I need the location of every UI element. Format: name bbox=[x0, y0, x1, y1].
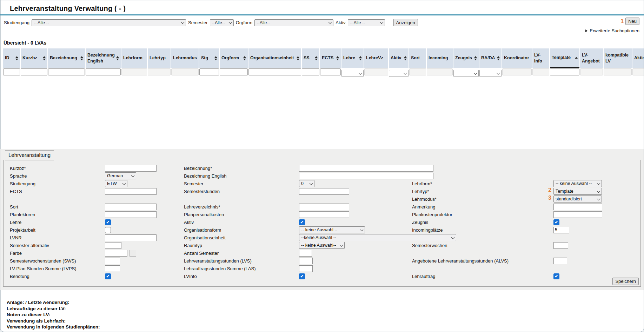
bezeichnung-english-column-filter-input[interactable] bbox=[86, 68, 121, 75]
lehrveranstaltungsstunden-lvs-input[interactable] bbox=[299, 258, 313, 264]
form-row: SpracheGermanBezeichnung English bbox=[4, 172, 640, 180]
column-label-kurzbz: Kurzbz bbox=[22, 55, 41, 61]
column-header-lehre[interactable]: Lehre bbox=[341, 48, 364, 68]
planlektoren-input[interactable] bbox=[105, 211, 157, 218]
lehrform-select[interactable]: -- keine Auswahl -- bbox=[553, 180, 602, 187]
kurzbz-column-filter-input[interactable] bbox=[21, 68, 47, 75]
column-label-id: ID bbox=[5, 55, 14, 61]
studiengang-filter-select[interactable]: -- Alle -- bbox=[32, 19, 186, 26]
column-header-kurzbz[interactable]: Kurzbz bbox=[21, 48, 47, 68]
lv-angebot-column-filter-input bbox=[580, 68, 603, 75]
bezeichnung-english-input[interactable] bbox=[299, 173, 433, 179]
kompatible-lv-column-filter-input bbox=[604, 68, 632, 75]
filter-fields: Studiengang-- Alle --Semester--Alle--Org… bbox=[4, 19, 418, 26]
projektarbeit-checkbox[interactable] bbox=[105, 227, 111, 233]
column-header-orgform[interactable]: Orgform bbox=[220, 48, 248, 68]
aktiv-filter-select[interactable]: -- Alle -- bbox=[348, 19, 385, 26]
semester-filter-label: Semester bbox=[188, 20, 208, 25]
lvinfo-label: LVInfo bbox=[184, 274, 197, 279]
column-header-zeugnis[interactable]: Zeugnis bbox=[453, 48, 479, 68]
stg-column-filter-input[interactable] bbox=[199, 68, 219, 75]
semesterwochenstunden-sws-input[interactable] bbox=[105, 258, 120, 264]
column-header-ba-da[interactable]: BA/DA bbox=[479, 48, 502, 68]
anzahl-semester-input[interactable] bbox=[299, 250, 312, 257]
template-column-filter-input[interactable] bbox=[550, 68, 579, 75]
column-header-ss[interactable]: SS bbox=[302, 48, 319, 68]
filter-cell-ects bbox=[320, 68, 341, 77]
zeugnis-checkbox[interactable]: ✔ bbox=[553, 219, 559, 225]
organisationsform-select[interactable]: -- keine Auswahl -- bbox=[299, 226, 365, 233]
advanced-search-link[interactable]: Erweiterte Suchoptionen bbox=[585, 28, 639, 33]
chevron-down-icon bbox=[380, 20, 383, 24]
record-info-lines: Anlage: / Letzte Aenderung:Lehraufträge … bbox=[7, 299, 644, 330]
semester-filter-select[interactable]: --Alle-- bbox=[210, 19, 234, 26]
lehrmodus-label: Lehrmodus* bbox=[412, 197, 437, 202]
lehre-column-filter-select[interactable] bbox=[341, 70, 364, 77]
id-column-filter-input[interactable] bbox=[3, 68, 20, 75]
lvnr-input[interactable] bbox=[105, 234, 157, 241]
lvinfo-checkbox[interactable]: ✔ bbox=[299, 273, 305, 279]
organisationseinheit-select[interactable]: --keine Auswahl -- bbox=[299, 234, 456, 241]
column-header-bezeichnung-english[interactable]: Bezeichnung English bbox=[86, 48, 121, 68]
ects-column-filter-input[interactable] bbox=[320, 68, 341, 75]
column-header-stg[interactable]: Stg bbox=[199, 48, 219, 68]
sort-column-filter-input bbox=[409, 68, 426, 75]
column-header-bezeichnung[interactable]: Bezeichnung bbox=[48, 48, 85, 68]
filter-cell-kurzbz bbox=[21, 68, 47, 77]
check-icon: ✔ bbox=[300, 274, 304, 278]
semester-alternativ-input[interactable] bbox=[105, 242, 121, 249]
column-header-template[interactable]: Template bbox=[550, 48, 579, 68]
chevron-down-icon bbox=[131, 174, 135, 177]
orgform-column-filter-input[interactable] bbox=[220, 68, 248, 75]
ects-input[interactable] bbox=[105, 188, 157, 195]
filter-cell-koordinator bbox=[502, 68, 532, 77]
lehrauftragsstunden-summe-las-input[interactable] bbox=[299, 265, 313, 272]
farbe-color-swatch[interactable] bbox=[130, 250, 136, 257]
zeugnis-column-filter-select[interactable] bbox=[453, 70, 479, 77]
studiengang-select[interactable]: ETW bbox=[105, 180, 127, 187]
lehre-checkbox[interactable]: ✔ bbox=[105, 219, 111, 225]
aktiv-column-filter-select[interactable] bbox=[389, 70, 409, 77]
lehrmodus-select[interactable]: standardisiert bbox=[553, 195, 602, 202]
sprache-select[interactable]: German bbox=[105, 172, 136, 179]
ba-da-column-filter-select[interactable] bbox=[479, 70, 502, 77]
column-label-sort: Sort bbox=[411, 55, 424, 61]
semesterstunden-input[interactable] bbox=[299, 188, 349, 195]
column-header-ects[interactable]: ECTS bbox=[320, 48, 341, 68]
chevron-down-icon bbox=[497, 71, 500, 75]
column-header-id[interactable]: ID bbox=[3, 48, 20, 68]
aktiv-checkbox[interactable]: ✔ bbox=[299, 219, 305, 225]
orgform-filter-select[interactable]: --Alle-- bbox=[254, 19, 333, 26]
bezeichnung-column-filter-input[interactable] bbox=[48, 68, 85, 75]
organisationseinheit-column-filter-input[interactable] bbox=[248, 68, 301, 75]
semesterwochen-input[interactable] bbox=[553, 242, 568, 249]
semesterwochen-label: Semesterwochen bbox=[412, 243, 447, 248]
benotung-checkbox[interactable]: ✔ bbox=[105, 273, 111, 279]
anzeigen-button[interactable]: Anzeigen bbox=[393, 19, 418, 26]
column-label-lv-angebot: LV-Angebot bbox=[582, 52, 601, 64]
farbe-label: Farbe bbox=[10, 251, 22, 256]
lehreverzeichnis-input[interactable] bbox=[299, 204, 349, 210]
triangle-up-icon bbox=[359, 56, 362, 58]
raumtyp-select[interactable]: -- keine Auswahl-- bbox=[299, 242, 345, 249]
lehrauftrag-checkbox[interactable]: ✔ bbox=[553, 273, 559, 279]
lehrtyp-select[interactable]: Template bbox=[553, 188, 602, 195]
triangle-down-icon bbox=[297, 59, 299, 60]
save-button[interactable]: Speichern bbox=[612, 278, 639, 285]
column-header-aktiv[interactable]: Aktiv bbox=[389, 48, 409, 68]
ss-column-filter-input[interactable] bbox=[302, 68, 319, 75]
kurzbz-input[interactable] bbox=[105, 165, 157, 172]
bezeichnung-input[interactable] bbox=[299, 165, 433, 172]
semester-select[interactable]: 0 bbox=[299, 180, 314, 187]
farbe-input[interactable] bbox=[105, 250, 127, 257]
sort-input[interactable] bbox=[105, 204, 157, 210]
column-header-organisationseinheit[interactable]: Organisationseinheit bbox=[248, 48, 301, 68]
plankostenprolektor-input[interactable] bbox=[553, 211, 602, 218]
angebotene-lehrveranstaltungsstunden-alvs-input[interactable] bbox=[553, 258, 567, 264]
incomingpl-tze-input[interactable] bbox=[553, 227, 569, 233]
anmerkung-input[interactable] bbox=[553, 204, 602, 210]
planpersonalkosten-input[interactable] bbox=[299, 211, 349, 218]
lv-plan-stunden-summe-lvps-input[interactable] bbox=[105, 265, 120, 272]
studiengang-filter-select-value: -- Alle -- bbox=[34, 20, 49, 25]
new-button[interactable]: Neu bbox=[625, 18, 639, 25]
